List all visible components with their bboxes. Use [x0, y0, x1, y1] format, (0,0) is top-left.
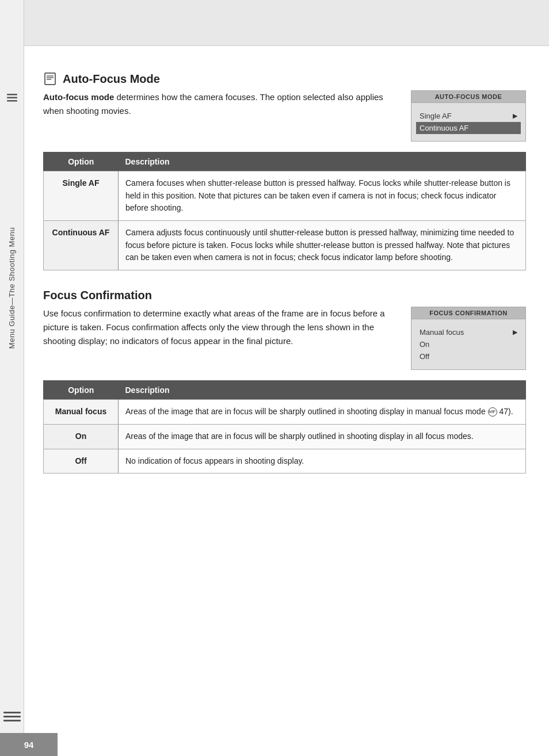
focus-confirmation-section: Focus Confirmation Use focus confirmatio…: [43, 289, 526, 474]
autofocus-menu-content: Single AF ▶ Continuous AF: [411, 103, 525, 141]
autofocus-description: Auto-focus mode determines how the camer…: [43, 90, 399, 118]
description-cell: Areas of the image that are in focus wil…: [119, 424, 526, 449]
table-row: Off No indication of focus appears in sh…: [44, 449, 526, 474]
autofocus-table-header-description: Description: [119, 152, 526, 171]
menu-icon: [2, 81, 22, 115]
focus-confirmation-title: Focus Confirmation: [43, 289, 526, 302]
arrow-icon: ▶: [513, 112, 517, 120]
sidebar-decoration: [0, 706, 24, 727]
description-cell: Camera focuses when shutter-release butt…: [119, 171, 526, 221]
option-cell: Single AF: [44, 171, 119, 221]
focus-confirmation-menu-content: Manual focus ▶ On Off: [411, 319, 525, 369]
table-row: On Areas of the image that are in focus …: [44, 424, 526, 449]
focus-confirmation-description: Use focus confirmation to determine exac…: [43, 307, 399, 348]
autofocus-table-header-option: Option: [44, 152, 119, 171]
autofocus-menu-title: AUTO-FOCUS MODE: [411, 91, 525, 103]
document-icon: [43, 72, 57, 86]
top-gray-bar: [0, 0, 549, 46]
option-cell: On: [44, 424, 119, 449]
option-cell: Off: [44, 449, 119, 474]
description-cell: Areas of the image that are in focus wil…: [119, 400, 526, 425]
description-cell: Camera adjusts focus continuously until …: [119, 221, 526, 270]
manual-focus-icon: MF: [488, 407, 497, 417]
table-row: Manual focus Areas of the image that are…: [44, 400, 526, 425]
table-row: Continuous AF Camera adjusts focus conti…: [44, 221, 526, 270]
svg-rect-3: [45, 73, 55, 85]
description-cell: No indication of focus appears in shooti…: [119, 449, 526, 474]
menu-item-off[interactable]: Off: [416, 350, 521, 362]
svg-rect-0: [7, 94, 17, 96]
focus-confirmation-table: Option Description Manual focus Areas of…: [43, 380, 526, 474]
autofocus-body: Auto-focus mode determines how the camer…: [43, 90, 526, 142]
option-cell: Continuous AF: [44, 221, 119, 270]
menu-item-continuous-af[interactable]: Continuous AF: [416, 122, 521, 134]
arrow-icon: ▶: [513, 329, 517, 336]
focus-confirmation-menu-box: FOCUS CONFIRMATION Manual focus ▶ On Off: [411, 307, 526, 370]
autofocus-table: Option Description Single AF Camera focu…: [43, 152, 526, 270]
menu-item-manual-focus[interactable]: Manual focus ▶: [416, 326, 521, 338]
fc-table-header-option: Option: [44, 381, 119, 400]
menu-item-on[interactable]: On: [416, 338, 521, 350]
autofocus-section: Auto-Focus Mode Auto-focus mode determin…: [43, 72, 526, 270]
sidebar-label: Menu Guide—The Shooting Menu: [0, 115, 24, 460]
page-number: 94: [0, 733, 58, 756]
menu-item-single-af[interactable]: Single AF ▶: [416, 110, 521, 122]
svg-rect-2: [7, 100, 17, 102]
svg-rect-1: [7, 97, 17, 99]
focus-confirmation-body: Use focus confirmation to determine exac…: [43, 307, 526, 370]
autofocus-menu-box: AUTO-FOCUS MODE Single AF ▶ Continuous A…: [411, 90, 526, 142]
focus-confirmation-menu-title: FOCUS CONFIRMATION: [411, 307, 525, 319]
sidebar: Menu Guide—The Shooting Menu: [0, 0, 24, 756]
option-cell: Manual focus: [44, 400, 119, 425]
autofocus-title: Auto-Focus Mode: [43, 72, 526, 86]
fc-table-header-description: Description: [119, 381, 526, 400]
table-row: Single AF Camera focuses when shutter-re…: [44, 171, 526, 221]
